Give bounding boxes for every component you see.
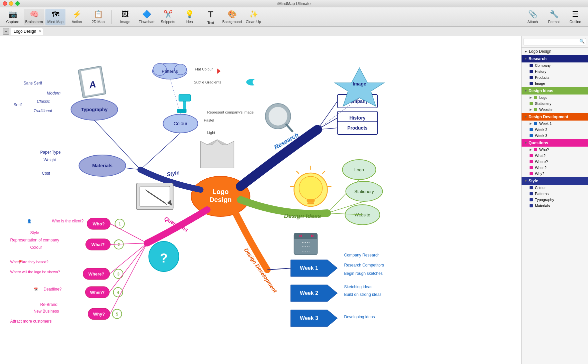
panel-section-design-development: ▼ Design Development ▶ Week 1 Week 2 Wee… (522, 113, 588, 139)
mindmap-svg: Logo Design Research Company History Pro… (0, 36, 521, 364)
svg-text:Image: Image (353, 81, 366, 86)
mind-map-canvas[interactable]: Logo Design Research Company History Pro… (0, 36, 521, 364)
research-header[interactable]: ▼ Research (522, 55, 588, 62)
history-label: History (535, 69, 546, 73)
maximize-button[interactable] (15, 1, 20, 6)
toolbar-background[interactable]: 🎨 Background (222, 9, 242, 25)
who-label: Who? (539, 148, 549, 152)
svg-text:📅: 📅 (34, 287, 38, 292)
di-logo-label: Logo (539, 96, 547, 100)
research-company-item[interactable]: Company (522, 62, 588, 68)
svg-text:Modern: Modern (47, 91, 61, 96)
add-tab-button[interactable]: + (3, 28, 9, 35)
questions-why-item[interactable]: Why? (522, 171, 588, 177)
questions-header[interactable]: ▼ Questions (522, 139, 588, 147)
design-ideas-stationery-item[interactable]: Stationery (522, 101, 588, 107)
idea-label: Idea (186, 20, 193, 24)
minimize-button[interactable] (9, 1, 13, 6)
design-development-header[interactable]: ▼ Design Development (522, 113, 588, 121)
toolbar-2dmap[interactable]: 📋 2D Map (88, 9, 108, 25)
snippets-icon: ✂️ (164, 10, 173, 19)
design-ideas-website-item[interactable]: ▶ Website (522, 107, 588, 113)
svg-text:👤: 👤 (27, 219, 32, 223)
action-icon: ⚡ (72, 10, 81, 19)
design-dev-week3-item[interactable]: Week 3 (522, 133, 588, 139)
panel-section-design-ideas: ▼ Design Ideas ▶ Logo Stationery ▶ Websi… (522, 87, 588, 113)
questions-where-item[interactable]: Where? (522, 159, 588, 165)
svg-text:Traditional: Traditional (34, 109, 52, 113)
style-typography-item[interactable]: Typography (522, 197, 588, 203)
svg-text:Re-Brand: Re-Brand (40, 302, 57, 307)
toolbar-mindmap[interactable]: 🗺 Mind Map (45, 9, 65, 25)
toolbar-idea[interactable]: 💡 Idea (179, 9, 199, 25)
svg-text:Classic: Classic (37, 99, 50, 104)
design-ideas-header[interactable]: ▼ Design Ideas (522, 87, 588, 95)
style-patterns-item[interactable]: Patterns (522, 191, 588, 197)
patterns-dot (530, 192, 533, 195)
design-ideas-logo-item[interactable]: ▶ Logo (522, 95, 588, 101)
research-image-item[interactable]: Image (522, 80, 588, 86)
svg-text:Paper Type: Paper Type (40, 150, 61, 155)
patterns-label: Patterns (535, 192, 549, 196)
svg-text:Products: Products (347, 125, 368, 131)
svg-text:Why?: Why? (93, 312, 105, 317)
toolbar-text[interactable]: T Text (201, 9, 221, 25)
toolbar-action[interactable]: ⚡ Action (67, 9, 87, 25)
toolbar-format[interactable]: 🔧 Format (544, 9, 564, 25)
style-materials-item[interactable]: Materials (522, 203, 588, 209)
svg-text:Where?: Where? (88, 271, 105, 277)
colour-dot (530, 186, 533, 189)
close-button[interactable] (3, 1, 7, 6)
research-products-item[interactable]: Products (522, 74, 588, 80)
toolbar-capture[interactable]: 📷 Capture (3, 9, 23, 25)
svg-text:Deadline?: Deadline? (44, 287, 62, 292)
svg-text:New Business: New Business (34, 309, 59, 314)
panel-title-text: Logo Design (529, 49, 551, 54)
svg-text:Colour: Colour (174, 121, 188, 126)
toolbar-snippets[interactable]: ✂️ Snippets (158, 9, 178, 25)
what-label: What? (535, 154, 546, 158)
questions-what-item[interactable]: What? (522, 153, 588, 159)
company-dot (530, 64, 533, 67)
style-header[interactable]: ▼ Style (522, 177, 588, 185)
design-dev-label: Design Development (529, 115, 568, 119)
week1-expand: ▶ (530, 122, 532, 125)
svg-text:Represent company's image: Represent company's image (207, 110, 254, 114)
questions-who-item[interactable]: ▶ Who? (522, 147, 588, 153)
stationery-dot (530, 102, 533, 105)
toolbar-attach[interactable]: 📎 Attach (523, 9, 543, 25)
toolbar-brainstorm[interactable]: 🧠 Brainstorm (24, 9, 44, 25)
search-input[interactable] (524, 38, 586, 45)
toolbar-flowchart[interactable]: 🔷 Flowchart (137, 9, 157, 25)
svg-text:2: 2 (118, 242, 120, 247)
toolbar: 📷 Capture 🧠 Brainstorm 🗺 Mind Map ⚡ Acti… (0, 7, 588, 27)
2dmap-icon: 📋 (94, 10, 103, 19)
when-dot (530, 166, 533, 169)
toolbar-cleanup[interactable]: ✨ Clean Up (243, 9, 263, 25)
website-dot (534, 108, 537, 111)
design-dev-week1-item[interactable]: ▶ Week 1 (522, 121, 588, 127)
text-label: Text (207, 21, 214, 25)
design-dev-week2-item[interactable]: Week 2 (522, 127, 588, 133)
style-label: Style (529, 179, 538, 183)
svg-text:History: History (349, 115, 365, 121)
right-panel: 🔍 ▼ Logo Design ▼ Research Company Histo… (521, 36, 588, 364)
toolbar-right: 📎 Attach 🔧 Format ☰ Outline (523, 9, 585, 25)
svg-rect-130 (177, 109, 187, 113)
svg-text:Subtle Gradients: Subtle Gradients (194, 80, 221, 84)
svg-text:Typography: Typography (81, 107, 108, 112)
style-colour-item[interactable]: Colour (522, 185, 588, 191)
tab-close-icon[interactable]: ✕ (39, 29, 41, 33)
svg-text:Logo: Logo (354, 167, 364, 172)
svg-text:Company Research: Company Research (344, 253, 380, 257)
research-history-item[interactable]: History (522, 68, 588, 74)
svg-text:Build on strong ideas: Build on strong ideas (344, 292, 382, 297)
week2-dot (530, 128, 533, 131)
svg-text:Design Ideas: Design Ideas (284, 213, 321, 219)
toolbar-image[interactable]: 🖼 Image (115, 9, 135, 25)
logo-design-tab[interactable]: Logo Design ✕ (11, 28, 43, 35)
questions-when-item[interactable]: When? (522, 165, 588, 171)
svg-text:• • • • •: • • • • • (302, 241, 310, 244)
toolbar-outline[interactable]: ☰ Outline (565, 9, 585, 25)
company-label: Company (535, 63, 551, 67)
